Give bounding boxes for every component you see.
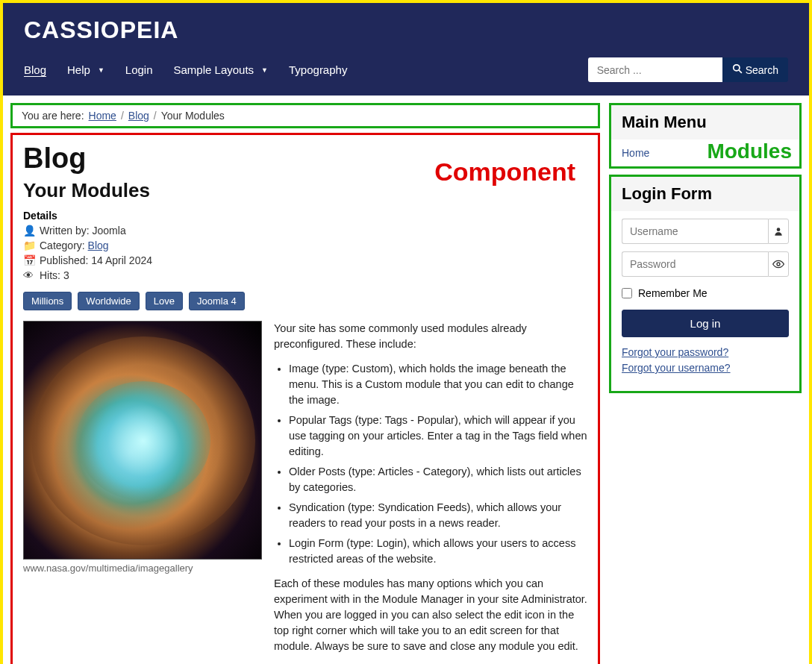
eye-icon: 👁 bbox=[23, 269, 34, 281]
details-label: Details bbox=[23, 210, 587, 222]
main-menu-title: Main Menu bbox=[611, 105, 799, 140]
remember-me-label: Remember Me bbox=[638, 287, 708, 299]
nav-sample-layouts[interactable]: Sample Layouts bbox=[174, 63, 269, 76]
username-field[interactable] bbox=[622, 219, 768, 244]
category-link[interactable]: Blog bbox=[88, 239, 109, 251]
search-button[interactable]: Search bbox=[722, 57, 788, 82]
folder-icon: 📁 bbox=[23, 239, 34, 251]
remember-me-row: Remember Me bbox=[622, 287, 789, 299]
breadcrumb-sep: / bbox=[154, 110, 157, 122]
breadcrumb: You are here: Home / Blog / Your Modules bbox=[10, 103, 600, 128]
meta-hits: 👁 Hits: 3 bbox=[23, 269, 587, 281]
search-button-label: Search bbox=[746, 64, 778, 76]
search-icon bbox=[732, 63, 743, 76]
login-form-module: Login Form bbox=[609, 175, 802, 393]
nav-help[interactable]: Help bbox=[67, 63, 104, 76]
svg-line-1 bbox=[738, 70, 741, 73]
forgot-password-link[interactable]: Forgot your password? bbox=[622, 345, 789, 360]
breadcrumb-current: Your Modules bbox=[161, 110, 225, 122]
nav-blog[interactable]: Blog bbox=[24, 63, 46, 76]
image-caption: www.nasa.gov/multimedia/imagegallery bbox=[23, 563, 262, 574]
nav-typography[interactable]: Typography bbox=[289, 63, 347, 76]
section-title: Blog bbox=[23, 142, 587, 175]
article-image bbox=[23, 321, 262, 560]
breadcrumb-home[interactable]: Home bbox=[89, 110, 116, 122]
list-item: Syndication (type: Syndication Feeds), w… bbox=[289, 500, 587, 531]
page-title: Your Modules bbox=[23, 179, 587, 202]
list-item: Older Posts (type: Articles - Category),… bbox=[289, 464, 587, 495]
user-addon-icon bbox=[768, 219, 789, 244]
meta-published: 📅 Published: 14 April 2024 bbox=[23, 254, 587, 266]
svg-point-2 bbox=[777, 228, 781, 231]
article-intro: Your site has some commonly used modules… bbox=[274, 321, 587, 352]
breadcrumb-sep: / bbox=[121, 110, 124, 122]
list-item: Popular Tags (type: Tags - Popular), whi… bbox=[289, 413, 587, 460]
search-input[interactable] bbox=[588, 57, 722, 82]
forgot-username-link[interactable]: Forgot your username? bbox=[622, 360, 789, 376]
svg-point-0 bbox=[733, 65, 739, 71]
tags-row: Millions Worldwide Love Joomla 4 bbox=[23, 292, 587, 310]
breadcrumb-prefix: You are here: bbox=[22, 110, 84, 122]
main-nav: Blog Help Login Sample Layouts Typograph… bbox=[24, 57, 788, 82]
article-bullets: Image (type: Custom), which holds the im… bbox=[289, 361, 587, 567]
remember-me-checkbox[interactable] bbox=[622, 288, 632, 298]
breadcrumb-blog[interactable]: Blog bbox=[128, 110, 149, 122]
tag-badge[interactable]: Worldwide bbox=[78, 292, 139, 310]
password-field[interactable] bbox=[622, 251, 768, 277]
user-icon: 👤 bbox=[23, 225, 34, 237]
brand-logo[interactable]: CASSIOPEIA bbox=[24, 16, 788, 44]
meta-category: 📁 Category: Blog bbox=[23, 239, 587, 251]
tag-badge[interactable]: Joomla 4 bbox=[189, 292, 245, 310]
login-button[interactable]: Log in bbox=[622, 310, 789, 337]
component-region: Component Blog Your Modules Details 👤 Wr… bbox=[10, 133, 600, 664]
calendar-icon: 📅 bbox=[23, 254, 34, 266]
svg-point-3 bbox=[777, 263, 780, 266]
show-password-icon[interactable] bbox=[768, 251, 789, 277]
article-closing: Each of these modules has many options w… bbox=[274, 576, 587, 654]
main-menu-module: Main Menu Home Modules bbox=[609, 103, 802, 169]
search-form: Search bbox=[588, 57, 788, 82]
login-form-title: Login Form bbox=[611, 177, 799, 211]
main-menu-home[interactable]: Home bbox=[622, 147, 649, 159]
tag-badge[interactable]: Love bbox=[146, 292, 183, 310]
list-item: Login Form (type: Login), which allows y… bbox=[289, 536, 587, 567]
tag-badge[interactable]: Millions bbox=[23, 292, 72, 310]
meta-author: 👤 Written by: Joomla bbox=[23, 225, 587, 237]
list-item: Image (type: Custom), which holds the im… bbox=[289, 361, 587, 408]
nav-login[interactable]: Login bbox=[125, 63, 153, 76]
